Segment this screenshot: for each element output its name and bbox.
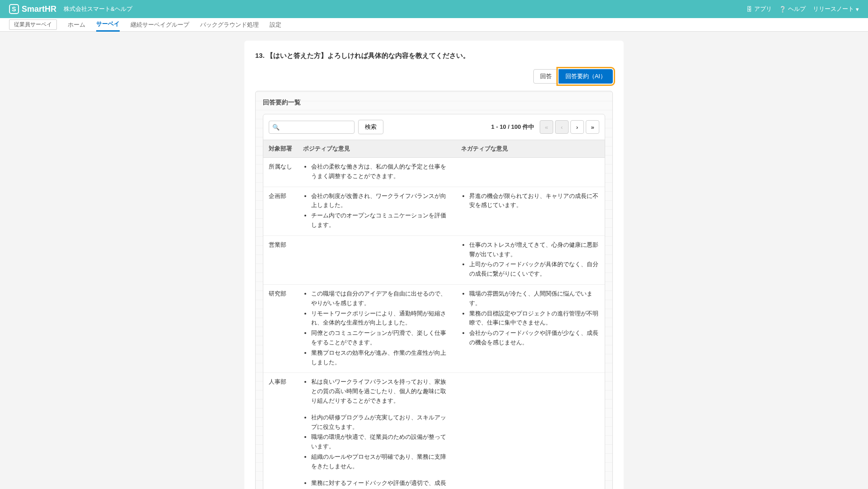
list-item: 業務の目標設定やプロジェクトの進行管理が不明瞭で、仕事に集中できません。 <box>469 309 599 328</box>
tab-summary-ai[interactable]: 回答要約（AI） <box>559 69 613 84</box>
release-notes-link[interactable]: リリースノート ▾ <box>813 5 859 13</box>
summary-table-card: 🔍 検索 1 - 10 / 100 件中 « ‹ › » <box>263 114 605 489</box>
list-item: 同僚とのコミュニケーションが円滑で、楽しく仕事をすることができます。 <box>311 329 450 348</box>
nav-background[interactable]: バックグラウンド処理 <box>200 19 259 31</box>
nav-survey-group[interactable]: 継続サーベイグループ <box>131 19 189 31</box>
table-row: 研究部この職場では自分のアイデアを自由に出せるので、やりがいを感じます。リモート… <box>263 284 605 372</box>
negative-cell: 職場の雰囲気が冷たく、人間関係に悩んでいます。業務の目標設定やプロジェクトの進行… <box>456 284 605 372</box>
pagination: 1 - 10 / 100 件中 « ‹ › » <box>491 120 599 134</box>
table-row: 所属なし会社の柔軟な働き方は、私の個人的な予定と仕事をうまく調整することができま… <box>263 158 605 187</box>
page-next-button[interactable]: › <box>570 120 584 134</box>
positive-cell: この職場では自分のアイデアを自由に出せるので、やりがいを感じます。リモートワーク… <box>298 284 456 372</box>
question-title: 13. 【はいと答えた方】よろしければ具体的な内容を教えてください。 <box>255 52 613 60</box>
list-item: 昇進の機会が限られており、キャリアの成長に不安を感じています。 <box>469 192 599 211</box>
app-link[interactable]: 🗄 アプリ <box>747 5 772 13</box>
toolbar: 🔍 検索 1 - 10 / 100 件中 « ‹ › » <box>263 114 605 140</box>
page-prev-button[interactable]: ‹ <box>555 120 569 134</box>
table-row: 営業部仕事のストレスが増えてきて、心身の健康に悪影響が出ています。上司からのフィ… <box>263 235 605 284</box>
positive-cell <box>298 235 456 284</box>
list-item: 組織のルールやプロセスが明確であり、業務に支障をきたしません。 <box>311 452 450 471</box>
logo-text: SmartHR <box>22 5 56 14</box>
list-item: 私は良いワークライフバランスを持っており、家族との質の高い時間を過ごしたり、個人… <box>311 377 450 405</box>
summary-panel: 回答要約一覧 🔍 検索 1 - 10 / 100 件中 « ‹ › » <box>255 91 613 489</box>
positive-cell: 私は良いワークライフバランスを持っており、家族との質の高い時間を過ごしたり、個人… <box>298 373 456 489</box>
page-info: 1 - 10 / 100 件中 <box>491 123 534 131</box>
chevron-down-icon: ▾ <box>856 6 859 13</box>
dept-cell: 研究部 <box>263 284 298 372</box>
page-first-button[interactable]: « <box>540 120 553 134</box>
nav-badge: 従業員サーベイ <box>9 19 57 30</box>
list-item: 会社からのフィードバックや評価が少なく、成長の機会を感じません。 <box>469 329 599 348</box>
col-positive: ポジティブな意見 <box>298 140 456 158</box>
list-item: 業務プロセスの効率化が進み、作業の生産性が向上しました。 <box>311 348 450 367</box>
nav-survey[interactable]: サーベイ <box>96 18 120 32</box>
positive-cell: 会社の制度が改善され、ワークライフバランスが向上しました。チーム内でのオープンな… <box>298 187 456 235</box>
col-dept: 対象部署 <box>263 140 298 158</box>
list-item: 職場の環境が快適で、従業員のための設備が整っています。 <box>311 433 450 451</box>
list-item: 仕事のストレスが増えてきて、心身の健康に悪影響が出ています。 <box>469 240 599 259</box>
list-item: 社内の研修プログラムが充実しており、スキルアップに役立ちます。 <box>311 413 450 432</box>
list-item: 職場の雰囲気が冷たく、人間関係に悩んでいます。 <box>469 289 599 308</box>
negative-cell: 仕事のストレスが増えてきて、心身の健康に悪影響が出ています。上司からのフィードバ… <box>456 235 605 284</box>
list-item: 上司からのフィードバックが具体的でなく、自分の成長に繋がりにくいです。 <box>469 260 599 279</box>
list-item: 業務に対するフィードバックや評価が適切で、成長の機会を感じます。 <box>311 479 450 489</box>
search-input[interactable] <box>269 121 355 134</box>
nav-home[interactable]: ホーム <box>68 19 85 31</box>
col-negative: ネガティブな意見 <box>456 140 605 158</box>
dept-cell: 営業部 <box>263 235 298 284</box>
table-row: 企画部会社の制度が改善され、ワークライフバランスが向上しました。チーム内でのオー… <box>263 187 605 235</box>
page-last-button[interactable]: » <box>586 120 599 134</box>
summary-panel-title: 回答要約一覧 <box>263 99 605 107</box>
app-header: S SmartHR 株式会社スマート&ヘルプ 🗄 アプリ ❔ ヘルプ リリースノ… <box>0 0 868 18</box>
negative-cell: 昇進の機会が限られており、キャリアの成長に不安を感じています。 <box>456 187 605 235</box>
tabs: 回答 回答要約（AI） <box>255 69 613 84</box>
list-item: 会社の制度が改善され、ワークライフバランスが向上しました。 <box>311 192 450 211</box>
main-content: 13. 【はいと答えた方】よろしければ具体的な内容を教えてください。 回答 回答… <box>244 32 624 489</box>
positive-cell: 会社の柔軟な働き方は、私の個人的な予定と仕事をうまく調整することができます。 <box>298 158 456 187</box>
dept-cell: 企画部 <box>263 187 298 235</box>
dept-cell: 所属なし <box>263 158 298 187</box>
question-card: 13. 【はいと答えた方】よろしければ具体的な内容を教えてください。 回答 回答… <box>244 41 624 489</box>
nav-settings[interactable]: 設定 <box>270 19 281 31</box>
summary-table: 対象部署 ポジティブな意見 ネガティブな意見 所属なし会社の柔軟な働き方は、私の… <box>263 140 605 489</box>
list-item: リモートワークポリシーにより、通勤時間が短縮され、全体的な生産性が向上しました。 <box>311 309 450 328</box>
logo-icon: S <box>9 4 19 14</box>
help-link[interactable]: ❔ ヘルプ <box>779 5 806 13</box>
list-item: この職場では自分のアイデアを自由に出せるので、やりがいを感じます。 <box>311 289 450 308</box>
help-icon: ❔ <box>779 6 786 13</box>
list-item: チーム内でのオープンなコミュニケーションを評価します。 <box>311 211 450 230</box>
nav-bar: 従業員サーベイ ホーム サーベイ 継続サーベイグループ バックグラウンド処理 設… <box>0 18 868 32</box>
negative-cell <box>456 373 605 489</box>
search-button[interactable]: 検索 <box>358 120 383 134</box>
company-name: 株式会社スマート&ヘルプ <box>64 5 132 13</box>
dept-cell: 人事部 <box>263 373 298 489</box>
negative-cell <box>456 158 605 187</box>
logo[interactable]: S SmartHR <box>9 4 56 14</box>
search-icon: 🔍 <box>272 124 280 131</box>
briefcase-icon: 🗄 <box>747 6 752 13</box>
list-item: 会社の柔軟な働き方は、私の個人的な予定と仕事をうまく調整することができます。 <box>311 162 450 181</box>
table-row: 人事部私は良いワークライフバランスを持っており、家族との質の高い時間を過ごしたり… <box>263 373 605 489</box>
tab-answer[interactable]: 回答 <box>533 69 559 84</box>
